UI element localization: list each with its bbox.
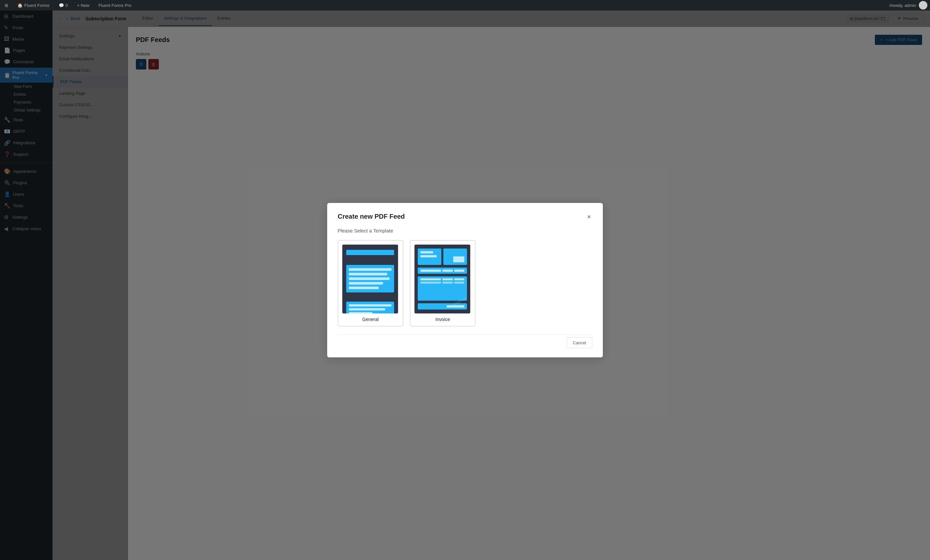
template-preview-invoice: SAMPLE — [414, 245, 470, 313]
wp-logo[interactable]: ⊞ — [3, 0, 10, 11]
admin-bar: ⊞ 🏠 Fluent Forms 💬 0 + New Fluent Forms … — [0, 0, 930, 11]
modal-overlay[interactable]: Create new PDF Feed × Please Select a Te… — [0, 0, 930, 560]
wp-logo-icon: ⊞ — [5, 3, 8, 8]
template-grid: General — [338, 240, 592, 327]
modal-title: Create new PDF Feed — [338, 213, 405, 220]
cancel-button[interactable]: Cancel — [567, 338, 592, 348]
template-invoice-label: Invoice — [414, 317, 471, 322]
home-icon: 🏠 — [17, 3, 23, 8]
create-pdf-feed-modal: Create new PDF Feed × Please Select a Te… — [327, 203, 603, 357]
template-card-invoice[interactable]: SAMPLE Invoice — [410, 240, 476, 327]
greeting-text: Howdy, admin — [890, 3, 916, 8]
fluent-forms-pro-link[interactable]: Fluent Forms Pro — [97, 0, 133, 11]
comments-icon: 💬 — [59, 3, 64, 8]
modal-close-button[interactable]: × — [586, 212, 592, 221]
template-preview-general — [342, 245, 398, 313]
close-icon: × — [587, 213, 591, 220]
comments-link[interactable]: 💬 0 — [57, 0, 70, 11]
modal-subtitle: Please Select a Template — [338, 228, 592, 233]
template-card-general[interactable]: General — [338, 240, 403, 327]
site-name-link[interactable]: 🏠 Fluent Forms — [15, 0, 52, 11]
modal-footer: Cancel — [338, 334, 592, 348]
modal-header: Create new PDF Feed × — [338, 212, 592, 221]
avatar-icon — [919, 1, 927, 9]
admin-bar-right: Howdy, admin — [890, 1, 927, 9]
template-general-label: General — [342, 317, 399, 322]
new-content-link[interactable]: + New — [75, 0, 91, 11]
